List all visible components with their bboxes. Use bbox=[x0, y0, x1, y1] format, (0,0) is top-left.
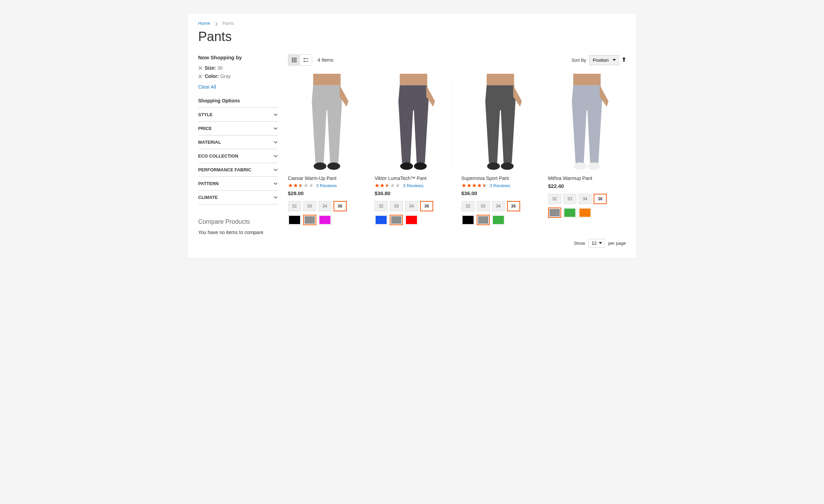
color-swatch[interactable] bbox=[318, 215, 331, 225]
color-swatch[interactable] bbox=[461, 215, 475, 225]
color-swatch[interactable] bbox=[390, 215, 403, 225]
product-card: Mithra Warmup Pant $22.40 32333436 bbox=[548, 74, 626, 229]
product-image-container[interactable] bbox=[548, 74, 626, 171]
size-swatch[interactable]: 32 bbox=[548, 194, 561, 204]
size-swatch[interactable]: 33 bbox=[563, 194, 576, 204]
item-count: 4 Items bbox=[318, 57, 334, 63]
filter-option[interactable]: ECO COLLECTION bbox=[198, 149, 278, 163]
size-swatch[interactable]: 36 bbox=[420, 201, 433, 211]
filter-options: STYLE PRICE MATERIAL ECO COLLECTION PERF… bbox=[198, 108, 278, 204]
chevron-down-icon bbox=[274, 195, 278, 200]
clear-all-link[interactable]: Clear All bbox=[198, 84, 216, 90]
size-swatches: 32333436 bbox=[288, 201, 366, 211]
product-grid: Caesar Warm-Up Pant 3 Reviews $28.00 323… bbox=[288, 74, 626, 229]
product-image bbox=[461, 74, 539, 171]
toolbar: 4 Items Sort By Position bbox=[288, 54, 626, 65]
svg-point-23 bbox=[501, 162, 514, 170]
color-swatch[interactable] bbox=[405, 215, 418, 225]
color-swatch[interactable] bbox=[477, 215, 490, 225]
color-swatch[interactable] bbox=[303, 215, 316, 225]
reviews-link[interactable]: 3 Reviews bbox=[403, 183, 424, 188]
filter-option[interactable]: MATERIAL bbox=[198, 135, 278, 149]
filter-option-label: ECO COLLECTION bbox=[198, 153, 238, 159]
size-swatch[interactable]: 34 bbox=[578, 194, 592, 204]
color-swatch[interactable] bbox=[563, 208, 576, 218]
chevron-down-icon bbox=[274, 140, 278, 145]
product-name[interactable]: Supernova Sport Pant bbox=[461, 175, 539, 181]
size-swatch[interactable]: 33 bbox=[303, 201, 316, 211]
svg-rect-4 bbox=[294, 59, 295, 61]
product-image-container[interactable] bbox=[375, 74, 453, 171]
reviews-link[interactable]: 3 Reviews bbox=[490, 183, 510, 188]
color-swatch[interactable] bbox=[492, 215, 505, 225]
chevron-down-icon bbox=[274, 167, 278, 172]
svg-rect-6 bbox=[292, 61, 293, 62]
product-name[interactable]: Mithra Warmup Pant bbox=[548, 175, 626, 181]
grid-view-button[interactable] bbox=[288, 55, 300, 65]
filter-option[interactable]: PATTERN bbox=[198, 177, 278, 191]
product-name[interactable]: Viktor LumaTech™ Pant bbox=[375, 175, 453, 181]
filter-item: Color: Gray bbox=[198, 73, 278, 79]
product-name[interactable]: Caesar Warm-Up Pant bbox=[288, 175, 366, 181]
size-swatch[interactable]: 32 bbox=[375, 201, 388, 211]
size-swatches: 32333436 bbox=[375, 201, 453, 211]
product-image-container[interactable] bbox=[461, 74, 539, 171]
close-icon[interactable] bbox=[198, 74, 202, 78]
main-content: 4 Items Sort By Position Caesar Warm-Up … bbox=[288, 54, 626, 248]
chevron-down-icon bbox=[274, 181, 278, 186]
size-swatch[interactable]: 36 bbox=[507, 201, 520, 211]
svg-rect-3 bbox=[292, 59, 293, 61]
product-price: $36.80 bbox=[375, 190, 453, 196]
now-shopping-heading: Now Shopping by bbox=[198, 54, 278, 60]
size-swatch[interactable]: 33 bbox=[477, 201, 490, 211]
svg-rect-0 bbox=[292, 58, 293, 59]
sort-by-select[interactable]: Position bbox=[589, 55, 619, 65]
svg-rect-9 bbox=[304, 58, 305, 59]
list-view-button[interactable] bbox=[300, 55, 312, 65]
product-card: Viktor LumaTech™ Pant 3 Reviews $36.80 3… bbox=[375, 74, 453, 229]
size-swatch[interactable]: 36 bbox=[594, 194, 607, 204]
product-image bbox=[288, 74, 366, 171]
product-image bbox=[375, 74, 452, 171]
show-label: Show bbox=[574, 241, 585, 246]
close-icon[interactable] bbox=[198, 66, 202, 70]
size-swatch[interactable]: 33 bbox=[390, 201, 403, 211]
filter-option[interactable]: PERFORMANCE FABRIC bbox=[198, 163, 278, 177]
color-swatch[interactable] bbox=[288, 215, 301, 225]
size-swatch[interactable]: 36 bbox=[334, 201, 347, 211]
filter-option[interactable]: PRICE bbox=[198, 122, 278, 135]
color-swatch[interactable] bbox=[548, 208, 561, 218]
view-mode-switcher bbox=[288, 54, 312, 65]
svg-point-15 bbox=[327, 162, 340, 170]
filter-value: Gray bbox=[220, 73, 231, 79]
color-swatch[interactable] bbox=[578, 208, 592, 218]
per-page-select[interactable]: 12 bbox=[588, 239, 605, 248]
size-swatch[interactable]: 32 bbox=[461, 201, 475, 211]
size-swatch[interactable]: 32 bbox=[288, 201, 301, 211]
filter-option[interactable]: STYLE bbox=[198, 108, 278, 122]
compare-products-heading: Compare Products bbox=[198, 218, 278, 225]
chevron-right-icon: ❯ bbox=[215, 22, 218, 26]
breadcrumb-home[interactable]: Home bbox=[198, 21, 210, 26]
filter-option[interactable]: CLIMATE bbox=[198, 191, 278, 204]
size-swatch[interactable]: 34 bbox=[318, 201, 331, 211]
grid-icon bbox=[291, 57, 297, 63]
rating: 3 Reviews bbox=[461, 183, 539, 188]
svg-rect-7 bbox=[294, 61, 295, 62]
rating: 3 Reviews bbox=[375, 183, 453, 188]
product-image-container[interactable] bbox=[288, 74, 366, 171]
reviews-link[interactable]: 3 Reviews bbox=[316, 183, 337, 188]
svg-point-26 bbox=[574, 162, 586, 170]
size-swatch[interactable]: 34 bbox=[492, 201, 505, 211]
product-price: $22.40 bbox=[548, 183, 626, 189]
sort-direction-button[interactable] bbox=[622, 57, 626, 63]
stars-icon bbox=[461, 183, 487, 188]
color-swatch[interactable] bbox=[375, 215, 388, 225]
color-swatches bbox=[288, 215, 366, 225]
product-card: Caesar Warm-Up Pant 3 Reviews $28.00 323… bbox=[288, 74, 366, 229]
chevron-down-icon bbox=[274, 153, 278, 159]
size-swatches: 32333436 bbox=[461, 201, 539, 211]
list-icon bbox=[303, 57, 309, 63]
size-swatch[interactable]: 34 bbox=[405, 201, 418, 211]
rating: 3 Reviews bbox=[288, 183, 366, 188]
